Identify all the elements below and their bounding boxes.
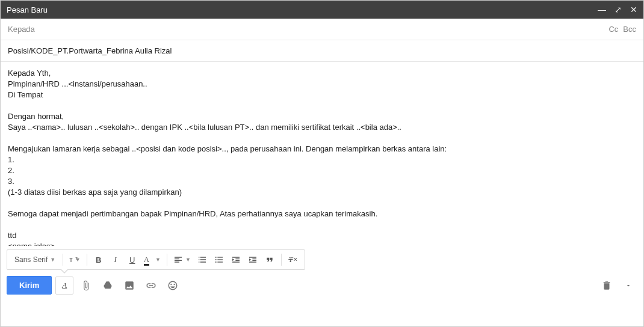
font-size-button[interactable]: тт ▼ [67, 252, 82, 267]
underline-icon: U [129, 255, 135, 264]
separator [281, 254, 282, 266]
chevron-down-icon: ▼ [185, 257, 191, 263]
trash-icon [601, 280, 612, 291]
popout-icon[interactable]: ⤢ [615, 5, 622, 14]
image-icon [124, 280, 135, 291]
attach-button[interactable] [77, 277, 95, 295]
align-icon [173, 255, 183, 264]
drive-icon [102, 280, 113, 291]
window-titlebar: Pesan Baru — ⤢ ✕ [1, 1, 643, 19]
indent-more-icon [248, 255, 258, 264]
insert-link-button[interactable] [142, 277, 160, 295]
more-options-button[interactable] [619, 277, 637, 295]
text-color-icon: A [144, 255, 149, 264]
send-button[interactable]: Kirim [7, 276, 52, 295]
bcc-button[interactable]: Bcc [623, 25, 636, 34]
bulleted-list-button[interactable] [211, 252, 227, 267]
quote-icon [265, 255, 274, 264]
insert-photo-button[interactable] [120, 277, 138, 295]
quote-button[interactable] [262, 252, 277, 267]
chevron-down-icon: ▼ [50, 257, 55, 263]
separator [87, 254, 87, 266]
separator [63, 254, 63, 266]
align-button[interactable]: ▼ [171, 252, 193, 267]
indent-less-button[interactable] [228, 252, 244, 267]
separator [167, 254, 167, 266]
font-family-label: Sans Serif [14, 255, 48, 264]
cc-button[interactable]: Cc [608, 25, 618, 34]
svg-point-0 [215, 257, 217, 258]
insert-emoji-button[interactable] [164, 277, 182, 295]
chevron-down-icon [625, 282, 632, 289]
drive-button[interactable] [99, 277, 117, 295]
text-color-button[interactable]: A ▼ [141, 252, 163, 267]
italic-icon: I [114, 255, 117, 264]
remove-formatting-icon: T [288, 255, 293, 264]
bottom-toolbar: Kirim A [1, 270, 643, 301]
bold-button[interactable]: B [91, 252, 107, 267]
formatting-a-icon: A [62, 281, 67, 290]
to-field[interactable]: Kepada [8, 25, 604, 34]
paperclip-icon [81, 280, 91, 291]
formatting-toggle-button[interactable]: A [55, 277, 73, 295]
numbered-list-icon [197, 255, 207, 264]
indent-more-button[interactable] [245, 252, 261, 267]
svg-point-1 [215, 259, 217, 260]
underline-button[interactable]: U [125, 252, 140, 267]
window-title: Pesan Baru [7, 5, 598, 14]
numbered-list-button[interactable] [194, 252, 210, 267]
indent-less-icon [231, 255, 241, 264]
minimize-icon[interactable]: — [598, 5, 606, 14]
bulleted-list-icon [214, 255, 224, 264]
subject-field[interactable]: Posisi/KODE_PT.Portwarta_Febrina Aulia R… [1, 40, 643, 62]
font-size-icon: тт [69, 255, 73, 264]
chevron-down-icon: ▼ [155, 257, 161, 263]
recipients-row[interactable]: Kepada Cc Bcc [1, 19, 643, 40]
emoji-icon [167, 280, 178, 291]
svg-point-2 [215, 261, 217, 263]
close-icon[interactable]: ✕ [630, 5, 637, 14]
italic-button[interactable]: I [108, 252, 123, 267]
window-controls: — ⤢ ✕ [598, 5, 637, 14]
bold-icon: B [96, 255, 101, 264]
message-body[interactable]: Kepada Yth, Pimpinan/HRD ...<instansi/pe… [1, 62, 643, 246]
font-family-dropdown[interactable]: Sans Serif ▼ [11, 252, 59, 267]
toolbar-pointer [60, 269, 69, 274]
formatting-toolbar: Sans Serif ▼ тт ▼ B I U A ▼ ▼ T✕ [7, 249, 305, 270]
link-icon [146, 280, 156, 291]
discard-button[interactable] [598, 277, 616, 295]
remove-formatting-button[interactable]: T✕ [285, 252, 301, 267]
